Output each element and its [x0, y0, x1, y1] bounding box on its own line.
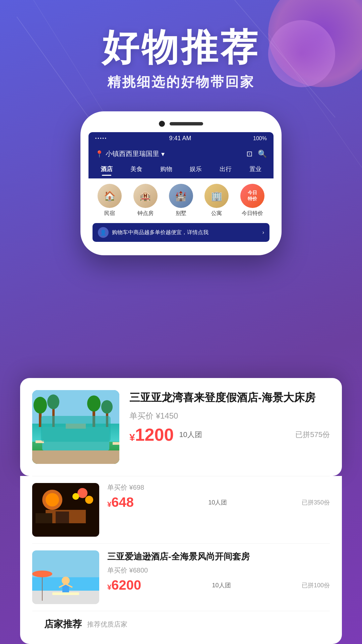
group-size-2: 10人团	[208, 498, 227, 506]
svg-rect-35	[52, 592, 79, 595]
sold-count-main: 已拼575份	[295, 430, 330, 440]
category-special[interactable]: 今日特价 今日特价	[240, 184, 264, 217]
product-image-2	[32, 483, 99, 537]
bieshu-label: 别墅	[176, 210, 186, 217]
product-cards-area: 三亚亚龙湾喜来登度假酒店-海景大床房 单买价 ¥1450 ¥1200 10人团 …	[20, 378, 342, 644]
sale-price-3: ¥6200	[107, 578, 141, 593]
svg-point-12	[101, 400, 113, 414]
secondary-card-2[interactable]: 单买价 ¥698 ¥648 10人团 已拼350份	[32, 476, 330, 543]
phone-screen: ••••• 9:41 AM 100% 📍 小镇西西里瑞国里 ▾ ⊡ 🔍 酒店	[88, 132, 274, 246]
category-row: 🏠 民宿 🏨 钟点房 🏰 别墅	[88, 178, 274, 220]
zhongdian-label: 钟点房	[137, 210, 154, 217]
nav-action-icons: ⊡ 🔍	[246, 150, 267, 158]
location-text: 小镇西西里瑞国里	[106, 149, 159, 158]
price-row-main: ¥1200 10人团 已拼575份	[129, 425, 330, 445]
group-size-3: 10人团	[212, 581, 231, 589]
store-rec-title: 店家推荐	[44, 618, 82, 631]
tab-shopping[interactable]: 购物	[151, 163, 181, 175]
original-price-2: 单买价 ¥698	[107, 483, 330, 492]
gongyu-label: 公寓	[211, 210, 222, 217]
tab-food[interactable]: 美食	[122, 163, 152, 175]
zhongdian-icon: 🏨	[133, 184, 158, 208]
svg-rect-32	[62, 585, 69, 593]
phone-frame: ••••• 9:41 AM 100% 📍 小镇西西里瑞国里 ▾ ⊡ 🔍 酒店	[80, 111, 282, 255]
svg-rect-24	[56, 512, 69, 523]
original-price-main: 单买价 ¥1450	[129, 411, 330, 421]
svg-point-26	[85, 496, 93, 504]
hero-subtitle: 精挑细选的好物带回家	[0, 73, 362, 91]
tab-travel[interactable]: 出行	[211, 163, 241, 175]
phone-mockup: ••••• 9:41 AM 100% 📍 小镇西西里瑞国里 ▾ ⊡ 🔍 酒店	[0, 111, 362, 255]
price-row-2: ¥648 10人团 已拼350份	[107, 495, 330, 510]
svg-rect-16	[36, 440, 44, 443]
hero-title: 好物推荐	[0, 27, 362, 67]
price-row-3: ¥6200 10人团 已拼100份	[107, 578, 330, 593]
svg-point-31	[62, 577, 70, 585]
svg-point-37	[32, 571, 52, 577]
category-zhongdian[interactable]: 🏨 钟点房	[133, 184, 158, 217]
tab-realestate[interactable]: 置业	[240, 163, 270, 175]
product-info-main: 三亚亚龙湾喜来登度假酒店-海景大床房 单买价 ¥1450 ¥1200 10人团 …	[129, 390, 330, 445]
location-selector[interactable]: 📍 小镇西西里瑞国里 ▾	[95, 149, 165, 158]
category-minshu[interactable]: 🏠 民宿	[98, 184, 122, 217]
phone-top-bar	[88, 121, 274, 127]
currency-symbol: ¥	[129, 432, 135, 443]
svg-point-21	[46, 493, 59, 506]
promo-banner[interactable]: 👤 购物车中商品越多单价越便宜，详情点我 ›	[93, 223, 269, 242]
chevron-down-icon: ▾	[161, 150, 165, 158]
tab-bar: 酒店 美食 购物 娱乐 出行 置业	[88, 163, 274, 178]
phone-speaker	[170, 122, 203, 125]
secondary-cards: 单买价 ¥698 ¥648 10人团 已拼350份	[20, 476, 342, 644]
group-size-main: 10人团	[179, 430, 202, 440]
battery-indicator: 100%	[253, 136, 267, 142]
product-title-main: 三亚亚龙湾喜来登度假酒店-海景大床房	[129, 390, 330, 405]
location-pin-icon: 📍	[95, 150, 104, 158]
hero-section: 好物推荐 精挑细选的好物带回家	[0, 0, 362, 91]
svg-point-27	[72, 493, 79, 500]
minshu-label: 民宿	[104, 210, 115, 217]
nav-bar: 📍 小镇西西里瑞国里 ▾ ⊡ 🔍	[88, 145, 274, 163]
search-icon[interactable]: 🔍	[258, 150, 267, 158]
product-card-main[interactable]: 三亚亚龙湾喜来登度假酒店-海景大床房 单买价 ¥1450 ¥1200 10人团 …	[20, 378, 342, 476]
product-title-3: 三亚爱迪逊酒店-全海景风尚开间套房	[107, 550, 330, 562]
category-bieshu[interactable]: 🏰 别墅	[169, 184, 193, 217]
promo-avatar-icon: 👤	[98, 227, 109, 238]
special-icon: 今日特价	[240, 184, 264, 208]
svg-rect-14	[42, 427, 109, 450]
bieshu-icon: 🏰	[169, 184, 193, 208]
promo-left: 👤 购物车中商品越多单价越便宜，详情点我	[98, 227, 208, 238]
svg-point-8	[47, 394, 59, 409]
signal-indicator: •••••	[95, 136, 107, 141]
category-gongyu[interactable]: 🏢 公寓	[204, 184, 229, 217]
special-label: 今日特价	[242, 210, 263, 217]
tab-hotel[interactable]: 酒店	[92, 163, 122, 175]
product-info-3: 三亚爱迪逊酒店-全海景风尚开间套房 单买价 ¥6800 ¥6200 10人团 已…	[107, 550, 330, 593]
phone-camera	[159, 121, 165, 127]
store-rec-subtitle: 推荐优质店家	[87, 620, 127, 629]
store-recommendation[interactable]: 店家推荐 推荐优质店家	[32, 611, 330, 637]
sale-price-main: ¥1200	[129, 425, 174, 445]
gongyu-icon: 🏢	[204, 184, 229, 208]
sold-count-3: 已拼100份	[302, 581, 330, 589]
svg-rect-18	[32, 450, 119, 464]
product-image-3	[32, 550, 99, 604]
status-time: 9:41 AM	[169, 135, 191, 142]
original-price-3: 单买价 ¥6800	[107, 566, 330, 575]
svg-rect-23	[36, 513, 52, 523]
secondary-card-3[interactable]: 三亚爱迪逊酒店-全海景风尚开间套房 单买价 ¥6800 ¥6200 10人团 已…	[32, 543, 330, 611]
tab-entertainment[interactable]: 娱乐	[181, 163, 211, 175]
svg-rect-15	[66, 424, 86, 429]
svg-rect-17	[113, 442, 119, 445]
product-image-main	[32, 390, 119, 464]
scan-icon[interactable]: ⊡	[246, 150, 252, 158]
status-bar: ••••• 9:41 AM 100%	[88, 132, 274, 145]
sale-price-2: ¥648	[107, 495, 134, 510]
promo-arrow-icon: ›	[262, 229, 264, 235]
promo-text: 购物车中商品越多单价越便宜，详情点我	[112, 229, 208, 236]
pool-scene	[32, 390, 119, 464]
product-info-2: 单买价 ¥698 ¥648 10人团 已拼350份	[107, 483, 330, 510]
svg-point-6	[34, 397, 47, 414]
sold-count-2: 已拼350份	[302, 498, 330, 506]
svg-point-10	[87, 395, 101, 412]
minshu-icon: 🏠	[98, 184, 122, 208]
